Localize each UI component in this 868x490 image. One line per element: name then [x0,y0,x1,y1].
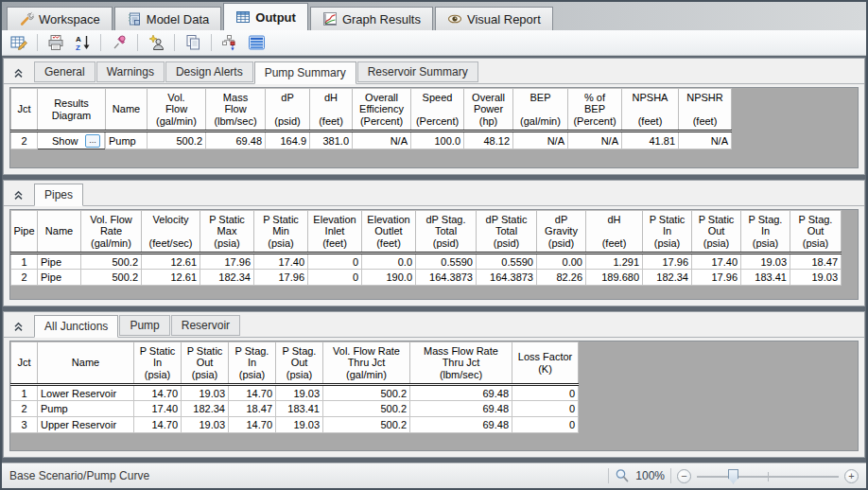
tab-model-data[interactable]: Model Data [114,7,221,30]
junctions-tabs: All JunctionsPumpReservoir [34,315,241,338]
pin-button[interactable] [108,32,130,53]
data-cell: 18.47 [790,254,842,270]
table-row: 2Pipe500.212.61182.3417.960190.0164.3873… [11,270,842,286]
panel-tab-warnings[interactable]: Warnings [96,61,165,82]
column-header: dP Stag. Total (psid) [416,211,477,254]
results-diagram-ellipsis-button[interactable]: ... [85,134,100,148]
pump-summary-tabstrip: GeneralWarningsDesign AlertsPump Summary… [4,59,864,84]
data-cell: 12.61 [142,254,200,270]
panel-tab-all-junctions[interactable]: All Junctions [34,315,118,338]
column-header: P Static Max (psia) [200,211,254,254]
results-diagram-cell: Show... [38,132,105,149]
row-id-cell: 2 [11,131,38,149]
data-cell: 19.03 [182,417,229,433]
data-cell: 164.3873 [416,270,477,286]
data-cell: 69.48 [410,385,512,401]
data-cell: 19.03 [276,417,323,433]
sort-az-icon: A Z [74,34,92,51]
wizard-button[interactable] [145,32,167,53]
panel-tab-pump-summary[interactable]: Pump Summary [254,61,356,84]
column-header: P Static In (psia) [134,342,182,385]
column-header: Mass Flow (lbm/sec) [206,89,266,131]
zoom-slider[interactable] [697,468,839,484]
panel-tab-pump[interactable]: Pump [119,315,169,336]
print-button[interactable] [44,32,67,53]
show-results-diagram-link[interactable]: Show [41,135,78,147]
data-cell: Pipe [38,254,81,270]
table-row: 3Upper Reservoir14.7019.0314.7019.03500.… [11,417,579,433]
copy-icon [184,34,202,51]
data-cell: 0 [512,401,579,417]
data-cell: 164.3873 [477,270,537,286]
zoom-slider-thumb[interactable] [728,469,738,484]
column-header: Jct [11,342,38,385]
data-cell: 0.5590 [416,254,477,270]
data-cell: 381.0 [310,131,353,149]
transfer-results-button[interactable] [218,32,241,53]
collapse-panel-button[interactable] [9,317,26,336]
junctions-tabstrip: All JunctionsPumpReservoir [4,312,864,338]
collapse-panel-button[interactable] [9,63,26,82]
row-id-cell: 3 [11,417,38,433]
column-header: Vol. Flow Rate Thru Jct (gal/min) [323,342,410,385]
table-row: 2Pump17.40182.3418.47183.41500.269.480 [11,401,579,417]
model-data-notebook-icon [127,11,142,26]
column-header: Name [38,211,81,254]
row-id-cell: 1 [11,254,38,270]
column-header: Speed (Percent) [411,89,464,131]
status-bar: Base Scenario/Pump Curve 100% − + [2,463,866,488]
panel-tab-reservoir[interactable]: Reservoir [171,315,240,336]
toolbar-separator [137,34,138,51]
show-tables-button[interactable] [245,32,268,53]
junctions-table-wrap: JctNameP Static In (psia)P Static Out (p… [10,341,858,433]
tab-workspace[interactable]: Workspace [7,7,113,30]
column-header: P Stag. Out (psia) [790,211,842,254]
column-header: P Static Min (psia) [254,211,308,254]
toolbar-separator [174,34,175,51]
tab-visual-report[interactable]: Visual Report [435,7,553,30]
panel-tab-design-alerts[interactable]: Design Alerts [165,61,253,82]
data-cell: 0 [512,417,579,433]
column-header: Overall Efficiency (Percent) [353,89,411,131]
pipes-content: PipeNameVol. Flow Rate (gal/min)Velocity… [9,209,859,300]
transfer-results-icon [221,34,239,51]
table-row: 2Show...Pump500.269.48164.9381.0N/A100.0… [11,131,732,149]
data-cell: 17.40 [134,401,182,417]
data-cell: 183.41 [276,401,323,417]
data-cell: 82.26 [537,270,586,286]
output-control-button[interactable] [8,32,30,53]
table-row: 1Lower Reservoir14.7019.0314.7019.03500.… [11,385,579,401]
sort-button[interactable]: A Z [71,32,94,53]
data-cell: 0 [308,270,362,286]
data-cell: 500.2 [148,131,206,149]
junctions-panel: All JunctionsPumpReservoir JctNameP Stat… [3,311,865,458]
data-cell: 19.03 [276,385,323,401]
tab-label: Workspace [39,12,100,26]
visual-report-eye-icon [447,11,462,26]
data-cell: 100.0 [411,131,464,149]
copy-button[interactable] [182,32,204,53]
wizard-icon [148,34,165,51]
data-cell: N/A [353,131,411,149]
panel-tab-reservoir-summary[interactable]: Reservoir Summary [357,61,478,82]
data-cell: 183.41 [741,270,790,286]
tab-output[interactable]: Output [223,3,308,30]
collapse-panel-button[interactable] [9,185,26,204]
data-cell: Pipe [38,270,81,286]
panel-tab-pipes[interactable]: Pipes [34,184,83,206]
zoom-out-button[interactable]: − [677,469,691,483]
panel-tab-general[interactable]: General [34,61,95,82]
zoom-level: 100% [635,469,665,482]
magnifier-icon [615,468,630,483]
column-header: Name [106,89,148,131]
zoom-in-button[interactable]: + [844,469,859,483]
column-header: BEP (gal/min) [513,89,568,131]
data-cell: 14.70 [229,417,276,433]
tab-graph-results[interactable]: Graph Results [310,7,433,30]
data-cell: 182.34 [200,270,254,286]
column-header: dP Static Total (psid) [477,211,537,254]
collapse-chevrons-icon [13,190,24,201]
results-table: PipeNameVol. Flow Rate (gal/min)Velocity… [10,210,842,286]
data-cell: Pump [106,131,148,149]
pipes-table-wrap: PipeNameVol. Flow Rate (gal/min)Velocity… [10,210,858,286]
